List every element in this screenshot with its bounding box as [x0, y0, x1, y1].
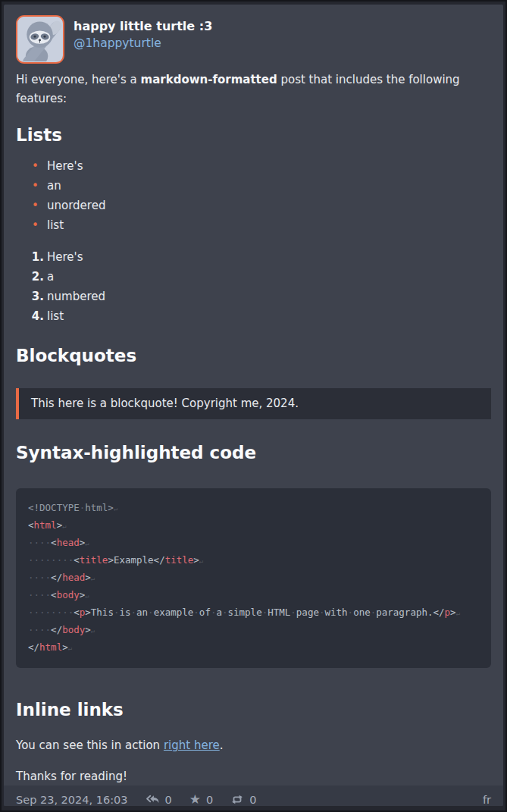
code-line: <!DOCTYPE·html>↵	[28, 500, 479, 517]
link-sentence: You can see this in action right here.	[16, 736, 491, 754]
ordered-list: 1.Here's 2.a 3.numbered 4.list	[16, 247, 491, 326]
reply-icon	[146, 794, 160, 805]
code-block: <!DOCTYPE·html>↵<html>↵····<head>↵······…	[16, 488, 491, 668]
list-item-text: numbered	[47, 290, 105, 303]
list-item-text: a	[47, 270, 54, 284]
list-item-text: Here's	[47, 159, 83, 173]
code-line: <html>↵	[28, 517, 479, 535]
author-display-name[interactable]: happy little turtle :3	[74, 18, 212, 35]
post-card: happy little turtle :3 @1happyturtle Hi …	[4, 5, 503, 806]
list-number: 2.	[16, 267, 44, 287]
section-title-blockquotes: Blockquotes	[16, 345, 491, 367]
favourite-button[interactable]: ★ 0	[189, 793, 213, 806]
list-item-text: list	[47, 218, 64, 232]
timestamp[interactable]: Sep 23, 2024, 16:03	[16, 794, 128, 806]
bullet-icon: •	[32, 215, 39, 235]
code-line: ········<p>This·is·an·example·of·a·simpl…	[28, 604, 479, 622]
favourite-count: 0	[206, 794, 213, 806]
bullet-icon: •	[32, 156, 39, 176]
post-header: happy little turtle :3 @1happyturtle	[16, 15, 491, 64]
list-item-text: unordered	[47, 199, 105, 212]
section-title-code: Syntax-highlighted code	[16, 442, 491, 464]
boost-count: 0	[249, 794, 256, 806]
bold-text: markdown-formatted	[141, 73, 277, 86]
sloth-avatar-image	[17, 17, 62, 61]
boost-icon	[230, 794, 244, 805]
author-id-block: happy little turtle :3 @1happyturtle	[74, 15, 212, 53]
section-title-inline-links: Inline links	[16, 699, 491, 721]
list-item: •unordered	[16, 196, 491, 215]
bullet-icon: •	[32, 196, 39, 215]
code-line: ····</body>↵	[28, 622, 479, 639]
post-content: happy little turtle :3 @1happyturtle Hi …	[4, 5, 503, 785]
code-line: ····</head>↵	[28, 569, 479, 587]
language-tag: fr	[483, 794, 491, 806]
intro-paragraph: Hi everyone, here's a markdown-formatted…	[16, 71, 491, 108]
list-item-text: list	[47, 309, 64, 323]
list-item-text: Here's	[47, 250, 83, 264]
list-item: 2.a	[16, 267, 491, 287]
post-footer: Sep 23, 2024, 16:03 0 ★ 0	[4, 785, 503, 806]
star-icon: ★	[189, 793, 201, 806]
list-number: 3.	[16, 287, 44, 306]
boost-button[interactable]: 0	[230, 794, 256, 806]
bullet-icon: •	[32, 176, 39, 196]
author-handle[interactable]: @1happyturtle	[74, 35, 212, 52]
list-item: •an	[16, 176, 491, 196]
code-line: </html>↵	[28, 639, 479, 657]
blockquote: This here is a blockquote! Copyright me,…	[16, 388, 491, 419]
reply-button[interactable]: 0	[146, 794, 172, 806]
unordered-list: •Here's •an •unordered •list	[16, 156, 491, 235]
avatar[interactable]	[16, 15, 64, 64]
code-line: ····<head>↵	[28, 535, 479, 552]
list-item: 3.numbered	[16, 287, 491, 306]
list-item: 1.Here's	[16, 247, 491, 267]
list-number: 1.	[16, 247, 44, 267]
code-line: ········<title>Example</title>↵	[28, 552, 479, 569]
list-item: •list	[16, 215, 491, 235]
closing-paragraph: Thanks for reading!	[16, 767, 491, 785]
code-line: ····<body>↵	[28, 587, 479, 604]
section-title-lists: Lists	[16, 124, 491, 146]
reply-count: 0	[165, 794, 172, 806]
list-number: 4.	[16, 306, 44, 326]
list-item: •Here's	[16, 156, 491, 176]
list-item-text: an	[47, 179, 61, 193]
inline-link[interactable]: right here	[164, 738, 220, 752]
list-item: 4.list	[16, 306, 491, 326]
